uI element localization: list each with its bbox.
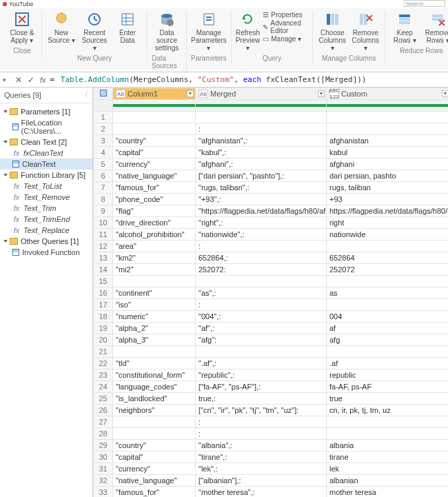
keep-rows-button[interactable]: KeepRows ▾ <box>389 11 420 44</box>
row-number[interactable]: 19 <box>94 323 113 334</box>
filter-dropdown-icon[interactable]: ▾ <box>318 90 325 97</box>
type-icon[interactable]: AB <box>116 90 125 98</box>
cell[interactable]: mother teresa <box>327 487 449 498</box>
table-row[interactable]: 31"currency""lek",:lek <box>94 463 449 475</box>
cell[interactable]: "iso" <box>113 299 196 311</box>
cell[interactable]: "native_language" <box>113 170 196 182</box>
cell[interactable]: "afghanistan",: <box>196 135 327 147</box>
cell[interactable] <box>196 276 327 287</box>
cell[interactable]: "af",: <box>196 323 327 334</box>
row-number[interactable]: 15 <box>94 276 113 287</box>
cell[interactable] <box>113 112 196 123</box>
cell[interactable]: 652864,: <box>196 252 327 264</box>
remove-rows-button[interactable]: RemoveRows ▾ <box>422 11 448 44</box>
filter-dropdown-icon[interactable]: ▾ <box>187 90 194 97</box>
advanced-editor-button[interactable]: ✎Advanced Editor <box>263 19 308 34</box>
row-number[interactable]: 4 <box>94 147 113 159</box>
cell[interactable]: "area" <box>113 241 196 252</box>
formula-cancel-icon[interactable]: ✕ <box>12 75 25 85</box>
row-number[interactable]: 20 <box>94 334 113 346</box>
cell[interactable]: 004 <box>327 311 449 323</box>
cell[interactable] <box>327 276 449 287</box>
cell[interactable]: nationwide <box>327 229 449 241</box>
row-number[interactable]: 13 <box>94 252 113 264</box>
cell[interactable]: ["dari persian", "pashto"],: <box>196 170 327 182</box>
manage-button[interactable]: ▭Manage ▾ <box>263 35 308 43</box>
cell[interactable]: "famous_for" <box>113 182 196 194</box>
cell[interactable]: "tld" <box>113 358 196 369</box>
cell[interactable]: afghani <box>327 159 449 170</box>
formula-expand-icon[interactable]: ▾ <box>3 77 10 83</box>
cell[interactable]: "republic",: <box>196 369 327 381</box>
new-source-button[interactable]: NewSource ▾ <box>46 11 77 52</box>
cell[interactable]: "country" <box>113 440 196 452</box>
table-row[interactable]: 8"phone_code""+93",:+93 <box>94 194 449 205</box>
cell[interactable]: "alcohol_prohibition" <box>113 229 196 241</box>
cell[interactable] <box>327 299 449 311</box>
cell[interactable]: cn, ir, pk, tj, tm, uz <box>327 405 449 416</box>
table-row[interactable]: 24"language_codes"["fa-AF", "ps-AF"],:fa… <box>94 381 449 393</box>
title-search[interactable]: Search <box>404 0 445 7</box>
table-row[interactable]: 23"constitutional_form""republic",:repub… <box>94 369 449 381</box>
cell[interactable]: +93 <box>327 194 449 205</box>
cell[interactable] <box>113 123 196 135</box>
cell[interactable]: : <box>196 428 327 440</box>
queries-collapse-icon[interactable]: 〈 <box>81 90 88 100</box>
query-item[interactable]: CleanText <box>0 159 92 170</box>
query-folder[interactable]: Clean Text [2] <box>0 136 92 148</box>
cell[interactable]: kabul <box>327 147 449 159</box>
cell[interactable]: "alpha_2" <box>113 323 196 334</box>
cell[interactable] <box>327 123 449 135</box>
row-number[interactable]: 8 <box>94 194 113 205</box>
cell[interactable]: ["albanian"],: <box>196 475 327 487</box>
cell[interactable]: albanian <box>327 475 449 487</box>
row-number[interactable]: 5 <box>94 159 113 170</box>
cell[interactable]: fa-AF, ps-AF <box>327 381 449 393</box>
cell[interactable]: "continent" <box>113 287 196 299</box>
data-source-settings-button[interactable]: Data sourcesettings <box>152 11 182 52</box>
manage-parameters-button[interactable]: ManageParameters ▾ <box>194 11 224 52</box>
cell[interactable]: true <box>327 393 449 405</box>
query-item[interactable]: fxfxCleanText <box>0 148 92 159</box>
cell[interactable]: "currency" <box>113 159 196 170</box>
table-row[interactable]: 28: <box>94 428 449 440</box>
cell[interactable]: "albania",: <box>196 440 327 452</box>
query-folder[interactable]: Function Library [5] <box>0 170 92 181</box>
cell[interactable]: .af <box>327 358 449 369</box>
column-header[interactable]: ABMerged▾ <box>196 88 327 100</box>
table-row[interactable]: 25"is_landlocked"true,:true <box>94 393 449 405</box>
table-row[interactable]: 3"country""afghanistan",:afghanistan <box>94 135 449 147</box>
cell[interactable]: republic <box>327 369 449 381</box>
cell[interactable]: "rugs, taliban",: <box>196 182 327 194</box>
row-number[interactable]: 18 <box>94 311 113 323</box>
column-header[interactable]: ABColumn1▾ <box>113 88 196 100</box>
cell[interactable]: "alpha_3" <box>113 334 196 346</box>
cell[interactable]: "mi2" <box>113 264 196 276</box>
formula-text[interactable]: = Table.AddColumn(MergeColumns, "Custom"… <box>49 75 448 84</box>
cell[interactable]: "currency" <box>113 463 196 475</box>
table-row[interactable]: 6"native_language"["dari persian", "pash… <box>94 170 449 182</box>
row-number[interactable]: 1 <box>94 112 113 123</box>
cell[interactable]: right <box>327 217 449 229</box>
cell[interactable]: https://flagpedia.net/data/flags/h80/af.… <box>327 205 449 217</box>
formula-commit-icon[interactable]: ✓ <box>25 75 37 85</box>
cell[interactable]: "as",: <box>196 287 327 299</box>
row-number[interactable]: 7 <box>94 182 113 194</box>
table-row[interactable]: 7"famous_for""rugs, taliban",:rugs, tali… <box>94 182 449 194</box>
row-number[interactable]: 30 <box>94 452 113 463</box>
table-row[interactable]: 12"area": <box>94 241 449 252</box>
cell[interactable] <box>113 276 196 287</box>
cell[interactable] <box>113 428 196 440</box>
cell[interactable]: "capital" <box>113 147 196 159</box>
cell[interactable]: "language_codes" <box>113 381 196 393</box>
table-row[interactable]: 21 <box>94 346 449 358</box>
table-row[interactable]: 17"iso": <box>94 299 449 311</box>
cell[interactable]: albania <box>327 440 449 452</box>
table-row[interactable]: 2: <box>94 123 449 135</box>
cell[interactable]: ["fa-AF", "ps-AF"],: <box>196 381 327 393</box>
cell[interactable]: "mother teresa",: <box>196 487 327 498</box>
row-number[interactable]: 3 <box>94 135 113 147</box>
query-item[interactable]: Invoked Function <box>0 247 92 258</box>
row-number[interactable]: 12 <box>94 241 113 252</box>
cell[interactable]: rugs, taliban <box>327 182 449 194</box>
